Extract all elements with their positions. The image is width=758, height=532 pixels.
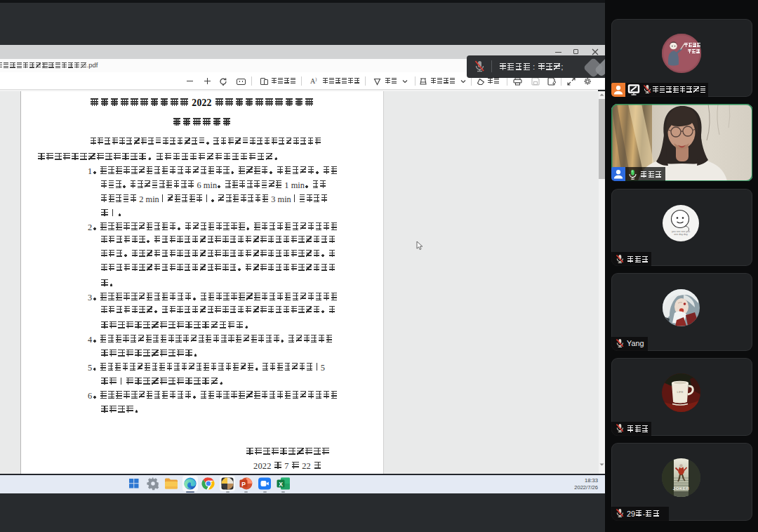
svg-text:JOKER: JOKER [672,486,689,491]
svg-text:LIFE: LIFE [677,390,683,394]
svg-text:P: P [241,481,246,488]
svg-text:one day day: one day day [674,233,688,236]
svg-text:you see see you: you see see you [671,230,689,232]
svg-text:X: X [279,481,283,488]
